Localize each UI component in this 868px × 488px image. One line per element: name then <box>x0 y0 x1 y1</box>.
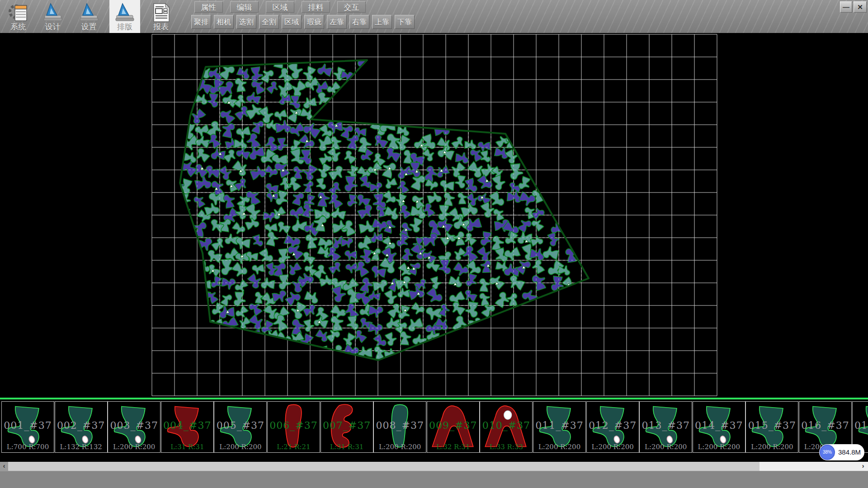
thumbnail-cell-4[interactable]: 004_#37L:31 R:31 <box>161 401 214 453</box>
piece-id-label: 012_#37 <box>587 420 639 431</box>
piece-id-label: 002_#37 <box>55 420 107 431</box>
design-button[interactable]: 设计 <box>38 0 68 33</box>
piece-lr-count-label: L:132 R:132 <box>55 443 107 451</box>
thumbnail-cell-11[interactable]: 011_#37L:200 R:200 <box>533 401 586 453</box>
thumbnail-cell-14[interactable]: 014_#37L:200 R:200 <box>693 401 745 453</box>
piece-id-label: 010_#37 <box>480 420 532 431</box>
menu-tab-5[interactable]: 交互 <box>337 1 366 13</box>
piece-lr-count-label: L:200 R:200 <box>214 443 266 451</box>
piece-id-label: 014_#37 <box>693 420 745 431</box>
piece-id-label: 016_#37 <box>799 420 851 431</box>
memory-size-label: 384.8M <box>838 444 861 460</box>
piece-id-label: 013_#37 <box>640 420 692 431</box>
settings-button-label: 设置 <box>74 22 104 32</box>
tool-button-5[interactable]: 区域 <box>282 15 302 29</box>
tool-button-10[interactable]: 下靠 <box>395 15 415 29</box>
piece-id-label: 017_#37 <box>853 420 868 431</box>
piece-id-label: 011_#37 <box>533 420 585 431</box>
thumbnail-cell-6[interactable]: 006_#37L:21 R:21 <box>267 401 320 453</box>
piece-id-label: 005_#37 <box>214 420 266 431</box>
scroll-left-button[interactable]: ‹ <box>0 462 8 471</box>
memory-percent-badge: 38% <box>820 445 835 460</box>
piece-lr-count-label: L:200 R:200 <box>693 443 745 451</box>
menu-tab-4[interactable]: 排料 <box>302 1 330 13</box>
tool-button-4[interactable]: 全割 <box>259 15 279 29</box>
piece-id-label: 004_#37 <box>161 420 213 431</box>
piece-lr-count-label: L:21 R:21 <box>268 443 320 451</box>
thumbnail-cell-5[interactable]: 005_#37L:200 R:200 <box>214 401 267 453</box>
piece-thumbnail-strip: 001_#37L:700 R:700002_#37L:132 R:132003_… <box>0 399 868 462</box>
piece-lr-count-label: L:33 R:33 <box>480 443 532 451</box>
thumbnail-cell-13[interactable]: 013_#37L:200 R:200 <box>639 401 692 453</box>
piece-lr-count-label: L:31 R:31 <box>161 443 213 451</box>
ribbon: 系统 设计 设置 <box>0 0 868 33</box>
piece-id-label: 015_#37 <box>746 420 798 431</box>
piece-lr-count-label: L:200 R:200 <box>374 443 426 451</box>
piece-lr-count-label: L:31 R:31 <box>321 443 373 451</box>
piece-lr-count-label: L:32 R:31 <box>427 443 479 451</box>
tool-button-1[interactable]: 聚排 <box>191 15 211 29</box>
thumbnail-cell-12[interactable]: 012_#37L:200 R:200 <box>586 401 639 453</box>
thumbnail-cell-3[interactable]: 003_#37L:200 R:200 <box>108 401 160 453</box>
piece-lr-count-label: L:700 R:700 <box>2 443 54 451</box>
status-bar <box>0 471 868 488</box>
piece-lr-count-label: L:200 R:200 <box>746 443 798 451</box>
app-window: 系统 设计 设置 <box>0 0 868 488</box>
piece-lr-count-label: L:200 R:200 <box>533 443 585 451</box>
nesting-button[interactable]: 排版 <box>109 0 140 33</box>
piece-id-label: 007_#37 <box>321 420 373 431</box>
tool-button-3[interactable]: 选割 <box>236 15 256 29</box>
tool-button-2[interactable]: 相机 <box>214 15 234 29</box>
nesting-button-label: 排版 <box>109 22 140 32</box>
close-button[interactable]: ✕ <box>854 1 867 13</box>
thumbnail-cell-10[interactable]: 010_#37L:33 R:33 <box>480 401 533 453</box>
piece-lr-count-label: L:200 R:200 <box>108 443 160 451</box>
report-button[interactable]: 报表 <box>146 0 176 33</box>
memory-badge: 38% 384.8M <box>819 444 864 460</box>
tool-button-8[interactable]: 右靠 <box>349 15 369 29</box>
scroll-right-button[interactable]: › <box>859 462 867 471</box>
thumbnail-cell-9[interactable]: 009_#37L:32 R:31 <box>427 401 480 453</box>
tool-button-7[interactable]: 左靠 <box>327 15 347 29</box>
menu-tab-3[interactable]: 区域 <box>266 1 294 13</box>
thumbnail-cell-2[interactable]: 002_#37L:132 R:132 <box>55 401 108 453</box>
thumbnail-cell-1[interactable]: 001_#37L:700 R:700 <box>1 401 54 453</box>
design-button-label: 设计 <box>38 22 68 32</box>
horizontal-scrollbar[interactable]: ‹ › <box>0 462 868 471</box>
settings-button[interactable]: 设置 <box>74 0 104 33</box>
system-button-label: 系统 <box>0 22 36 32</box>
piece-lr-count-label: L:200 R:200 <box>587 443 639 451</box>
piece-id-label: 008_#37 <box>374 420 426 431</box>
nest-drawing <box>0 34 868 399</box>
thumbnail-cell-15[interactable]: 015_#37L:200 R:200 <box>745 401 798 453</box>
system-button[interactable]: 系统 <box>0 0 36 33</box>
nesting-canvas[interactable] <box>0 34 868 399</box>
minimize-button[interactable]: — <box>840 1 852 13</box>
tool-button-9[interactable]: 上靠 <box>372 15 392 29</box>
thumbnail-cell-8[interactable]: 008_#37L:200 R:200 <box>373 401 426 453</box>
thumbnail-cell-7[interactable]: 007_#37L:31 R:31 <box>321 401 373 453</box>
piece-id-label: 006_#37 <box>268 420 320 431</box>
menu-tab-2[interactable]: 编辑 <box>230 1 259 13</box>
scrollbar-thumb[interactable] <box>8 462 760 471</box>
tool-button-6[interactable]: 瑕疵 <box>304 15 324 29</box>
piece-id-label: 009_#37 <box>427 420 479 431</box>
menu-tab-1[interactable]: 属性 <box>194 1 223 13</box>
piece-lr-count-label: L:200 R:200 <box>640 443 692 451</box>
piece-id-label: 001_#37 <box>2 420 54 431</box>
piece-id-label: 003_#37 <box>108 420 160 431</box>
report-button-label: 报表 <box>146 22 176 32</box>
